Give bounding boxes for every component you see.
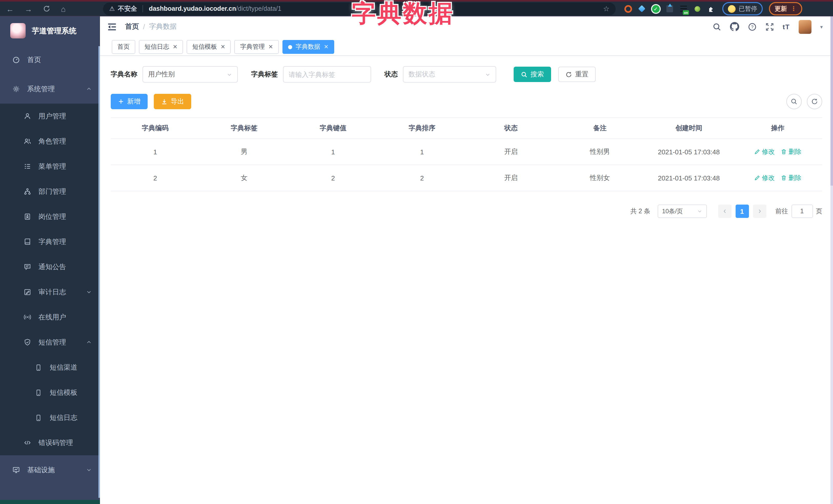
sidebar-item-online-users[interactable]: 在线用户 [0, 305, 100, 330]
tab-label: 字典管理 [240, 43, 265, 51]
sidebar-item-label: 短信渠道 [50, 363, 77, 372]
sidebar-item-label: 在线用户 [39, 312, 66, 322]
sidebar-item-error-code[interactable]: 错误码管理 [0, 430, 100, 455]
extension-green-icon[interactable] [693, 5, 701, 13]
font-size-icon[interactable]: tT [783, 23, 790, 30]
close-icon[interactable]: ✕ [268, 44, 273, 50]
search-button[interactable]: 搜索 [514, 67, 551, 82]
tab-sms-log[interactable]: 短信日志 ✕ [139, 40, 183, 54]
bookmark-star-icon[interactable]: ☆ [603, 5, 610, 13]
tab-sms-template[interactable]: 短信模板 ✕ [187, 40, 231, 54]
status-label: 状态 [384, 70, 398, 79]
github-icon[interactable] [730, 22, 739, 31]
sidebar-item-audit-log[interactable]: 审计日志 [0, 280, 100, 305]
row-edit-link[interactable]: 修改 [754, 173, 775, 182]
browser-reload-icon[interactable] [43, 5, 50, 12]
row-delete-link[interactable]: 删除 [781, 147, 802, 156]
tab-dict-data[interactable]: 字典数据 ✕ [282, 40, 334, 54]
pagination: 共 2 条 10条/页 1 前往 [111, 205, 822, 218]
toggle-search-button[interactable] [786, 94, 802, 109]
chevron-down-icon[interactable]: ▾ [820, 24, 823, 29]
divider [143, 5, 143, 12]
sidebar-item-home[interactable]: 首页 [0, 45, 100, 74]
close-icon[interactable]: ✕ [220, 44, 225, 50]
extension-gem-icon[interactable] [638, 5, 646, 13]
edit-label: 修改 [762, 147, 775, 156]
sidebar-item-label: 岗位管理 [39, 212, 66, 221]
dict-name-select[interactable]: 用户性别 [143, 66, 238, 82]
user-avatar[interactable] [799, 20, 811, 33]
sidebar-item-sms-channel[interactable]: 短信渠道 [0, 355, 100, 380]
svg-text:?: ? [751, 24, 753, 29]
status-select[interactable]: 数据状态 [403, 66, 496, 82]
edit-label: 修改 [762, 173, 775, 182]
tab-home[interactable]: 首页 [112, 40, 135, 54]
extension-check-icon[interactable]: ✓ [651, 5, 660, 13]
extension-orange-icon[interactable] [624, 5, 632, 13]
row-edit-link[interactable]: 修改 [754, 147, 775, 156]
cell-actions: 修改 删除 [733, 165, 822, 191]
sidebar-item-label: 基础设施 [27, 465, 55, 475]
page-number-button[interactable]: 1 [735, 205, 749, 218]
profile-paused-badge[interactable]: 已暂停 [722, 2, 763, 16]
help-icon[interactable]: ? [748, 22, 756, 31]
browser-back-icon[interactable]: ← [6, 4, 14, 13]
next-page-button[interactable] [753, 205, 766, 218]
sidebar-item-sms-log[interactable]: 短信日志 [0, 405, 100, 430]
close-icon[interactable]: ✕ [324, 44, 328, 50]
goto-unit: 页 [816, 207, 822, 216]
chevron-down-icon [485, 72, 491, 77]
browser-update-button[interactable]: 更新 ⋮ [769, 2, 802, 16]
sidebar-item-menu-mgmt[interactable]: 菜单管理 [0, 154, 100, 179]
app-topbar: 首页 / 字典数据 ? t [100, 17, 833, 37]
phone-icon [34, 414, 43, 421]
sidebar-item-user-mgmt[interactable]: 用户管理 [0, 103, 100, 129]
sidebar-item-system[interactable]: 系统管理 [0, 74, 100, 103]
tab-dict-mgmt[interactable]: 字典管理 ✕ [235, 40, 279, 54]
export-button-label: 导出 [171, 97, 184, 106]
sidebar-item-sms-mgmt[interactable]: 短信管理 [0, 330, 100, 355]
browser-menu-icon[interactable]: ⋮ [790, 5, 796, 12]
id-badge-icon [23, 213, 32, 220]
sidebar-item-post-mgmt[interactable]: 岗位管理 [0, 204, 100, 229]
breadcrumb-home[interactable]: 首页 [125, 22, 139, 31]
app-logo[interactable]: 芋道管理系统 [0, 17, 100, 45]
export-button[interactable]: 导出 [154, 94, 191, 109]
page-content: 字典名称 用户性别 字典标签 状态 数据状态 [100, 56, 833, 504]
sidebar-item-dict-mgmt[interactable]: 字典管理 [0, 229, 100, 254]
dashboard-icon [11, 56, 21, 64]
add-button[interactable]: 新增 [111, 94, 148, 109]
sidebar-item-infrastructure[interactable]: 基础设施 [0, 455, 100, 484]
window-scrollbar[interactable] [830, 17, 833, 504]
sidebar-toggle-icon[interactable] [107, 22, 117, 31]
sidebar-item-notice[interactable]: 通知公告 [0, 254, 100, 280]
cell-label: 男 [200, 139, 289, 165]
url-domain: dashboard.yudao.iocoder.cn [149, 5, 236, 12]
extension-puzzle-icon[interactable] [707, 5, 715, 13]
col-header-status: 状态 [467, 118, 555, 139]
prev-page-button[interactable] [718, 205, 731, 218]
filter-form: 字典名称 用户性别 字典标签 状态 数据状态 [111, 66, 822, 82]
fullscreen-icon[interactable] [765, 22, 774, 31]
page-size-select[interactable]: 10条/页 [658, 205, 707, 218]
goto-page-input[interactable] [791, 205, 813, 218]
sidebar-item-role-mgmt[interactable]: 角色管理 [0, 129, 100, 154]
close-icon[interactable]: ✕ [173, 44, 177, 50]
refresh-button[interactable] [807, 94, 822, 109]
extension-list-icon[interactable] [665, 5, 673, 13]
search-icon[interactable] [712, 22, 721, 31]
scrollbar-thumb[interactable] [830, 17, 833, 186]
sidebar-item-dept-mgmt[interactable]: 部门管理 [0, 179, 100, 204]
browser-home-icon[interactable]: ⌂ [61, 4, 66, 13]
breadcrumb: 首页 / 字典数据 [125, 22, 177, 31]
browser-forward-icon[interactable]: → [25, 4, 32, 13]
extension-on-icon[interactable]: on [679, 5, 687, 13]
table-row: 2 女 2 2 开启 性别女 2021-01-05 17:03:48 修改 [111, 165, 822, 191]
row-delete-link[interactable]: 删除 [781, 173, 802, 182]
reset-button[interactable]: 重置 [558, 67, 596, 82]
sidebar-item-sms-template[interactable]: 短信模板 [0, 380, 100, 405]
dict-tag-input[interactable] [283, 66, 371, 82]
topbar-actions: ? tT ▾ [712, 20, 823, 33]
col-header-remark: 备注 [555, 118, 644, 139]
cell-sort: 2 [378, 165, 467, 191]
